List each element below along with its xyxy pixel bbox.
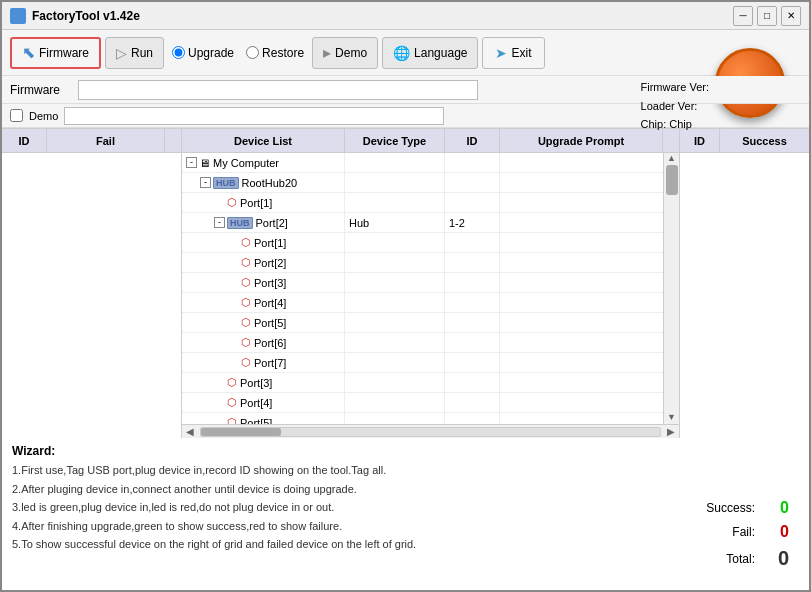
app-window: FactoryTool v1.42e ─ □ ✕ ⬉ Firmware ▷ Ru… <box>0 0 811 592</box>
tree-cell-prompt <box>500 173 663 192</box>
vscroll-up[interactable]: ▲ <box>666 153 678 165</box>
tree-row[interactable]: ⬡Port[4] <box>182 393 663 413</box>
tree-cell-prompt <box>500 313 663 332</box>
vscroll-down[interactable]: ▼ <box>666 412 678 424</box>
tree-cell-id <box>445 373 500 392</box>
tree-cell-type <box>345 173 445 192</box>
tree-cell-type <box>345 253 445 272</box>
firmware-input[interactable] <box>78 80 478 100</box>
tree-node-label: Port[5] <box>254 317 286 329</box>
tree-cell-prompt <box>500 233 663 252</box>
tree-row[interactable]: ⬡Port[5] <box>182 313 663 333</box>
tree-row[interactable]: -HUBPort[2]Hub1-2 <box>182 213 663 233</box>
vertical-scrollbar[interactable]: ▲▼ <box>663 153 679 424</box>
tree-row[interactable]: ⬡Port[3] <box>182 273 663 293</box>
firmware-label: Firmware <box>39 46 89 60</box>
tree-cell-id <box>445 333 500 352</box>
device-tree-scroll[interactable]: -🖥My Computer-HUBRootHub20⬡Port[1]-HUBPo… <box>182 153 679 424</box>
wizard-steps: 1.First use,Tag USB port,plug device in,… <box>12 462 799 553</box>
tree-row[interactable]: ⬡Port[7] <box>182 353 663 373</box>
tree-node-label: Port[2] <box>256 217 288 229</box>
demo-label: Demo <box>335 46 367 60</box>
tree-row[interactable]: ⬡Port[1] <box>182 233 663 253</box>
expand-icon[interactable]: - <box>200 177 211 188</box>
language-label: Language <box>414 46 467 60</box>
right-panel-body <box>680 153 809 438</box>
tree-cell-type <box>345 293 445 312</box>
wizard-step-2: 2.After pluging device in,connect anothe… <box>12 481 799 498</box>
scroll-right-btn[interactable]: ▶ <box>663 426 679 437</box>
tree-cell-id <box>445 293 500 312</box>
col-id-header: ID <box>2 129 47 152</box>
window-title: FactoryTool v1.42e <box>32 9 140 23</box>
close-button[interactable]: ✕ <box>781 6 801 26</box>
tree-cell-prompt <box>500 273 663 292</box>
run-button[interactable]: ▷ Run <box>105 37 164 69</box>
left-panel-header: ID Fail <box>2 129 181 153</box>
demo-input[interactable] <box>64 107 444 125</box>
tree-cell-type <box>345 273 445 292</box>
tree-cell-type: Hub <box>345 213 445 232</box>
tree-cell-prompt <box>500 333 663 352</box>
demo-icon: ▸ <box>323 43 331 62</box>
tree-cell-name: -🖥My Computer <box>182 153 345 172</box>
usb-icon: ⬡ <box>227 376 237 389</box>
tree-cell-prompt <box>500 193 663 212</box>
col-id2-header: ID <box>445 129 500 152</box>
computer-icon: 🖥 <box>199 157 210 169</box>
tree-cell-type <box>345 233 445 252</box>
minimize-button[interactable]: ─ <box>733 6 753 26</box>
firmware-button[interactable]: ⬉ Firmware <box>10 37 101 69</box>
tree-cell-prompt <box>500 253 663 272</box>
tree-row[interactable]: -🖥My Computer <box>182 153 663 173</box>
tree-cell-prompt <box>500 373 663 392</box>
hub-icon: HUB <box>227 217 253 229</box>
tree-row[interactable]: ⬡Port[6] <box>182 333 663 353</box>
tree-cell-name: -HUBPort[2] <box>182 213 345 232</box>
tree-cell-type <box>345 373 445 392</box>
stats-area: Success: 0 Fail: 0 Total: 0 <box>695 499 789 570</box>
tree-cell-prompt <box>500 393 663 412</box>
demo-checkbox[interactable] <box>10 109 23 122</box>
tree-cell-name: ⬡Port[5] <box>182 313 345 332</box>
horizontal-scrollbar[interactable]: ◀ ▶ <box>182 424 679 438</box>
scroll-left-btn[interactable]: ◀ <box>182 426 198 437</box>
maximize-button[interactable]: □ <box>757 6 777 26</box>
demo-button[interactable]: ▸ Demo <box>312 37 378 69</box>
expand-icon[interactable]: - <box>214 217 225 228</box>
tree-row[interactable]: ⬡Port[4] <box>182 293 663 313</box>
tree-cell-prompt <box>500 353 663 372</box>
usb-icon: ⬡ <box>227 396 237 409</box>
wizard-step-3: 3.led is green,plug device in,led is red… <box>12 499 799 516</box>
tree-node-label: RootHub20 <box>242 177 298 189</box>
tree-row[interactable]: ⬡Port[5] <box>182 413 663 424</box>
tree-cell-id: 1-2 <box>445 213 500 232</box>
tree-cell-type <box>345 413 445 424</box>
tree-row[interactable]: ⬡Port[3] <box>182 373 663 393</box>
tree-node-label: Port[1] <box>240 197 272 209</box>
total-row: Total: 0 <box>695 547 789 570</box>
tree-cell-name: ⬡Port[3] <box>182 273 345 292</box>
tree-cell-name: ⬡Port[5] <box>182 413 345 424</box>
tree-row[interactable]: ⬡Port[1] <box>182 193 663 213</box>
tree-cell-name: ⬡Port[4] <box>182 393 345 412</box>
exit-button[interactable]: ➤ Exit <box>482 37 544 69</box>
tree-cell-name: ⬡Port[6] <box>182 333 345 352</box>
upgrade-radio[interactable] <box>172 46 185 59</box>
tree-row[interactable]: ⬡Port[2] <box>182 253 663 273</box>
right-panel: ID Success <box>679 129 809 438</box>
restore-radio-label[interactable]: Restore <box>246 46 304 60</box>
restore-radio[interactable] <box>246 46 259 59</box>
tree-cell-name: ⬡Port[7] <box>182 353 345 372</box>
tree-row[interactable]: -HUBRootHub20 <box>182 173 663 193</box>
language-button[interactable]: 🌐 Language <box>382 37 478 69</box>
expand-icon[interactable]: - <box>186 157 197 168</box>
title-bar: FactoryTool v1.42e ─ □ ✕ <box>2 2 809 30</box>
tree-node-label: My Computer <box>213 157 279 169</box>
firmware-ver-row: Firmware Ver: <box>641 78 709 97</box>
tree-node-label: Port[3] <box>254 277 286 289</box>
tree-cell-type <box>345 193 445 212</box>
col-fail-header: Fail <box>47 129 165 152</box>
firmware-ver-area: Firmware Ver: Loader Ver: Chip: Chip <box>641 78 709 134</box>
upgrade-radio-label[interactable]: Upgrade <box>172 46 234 60</box>
